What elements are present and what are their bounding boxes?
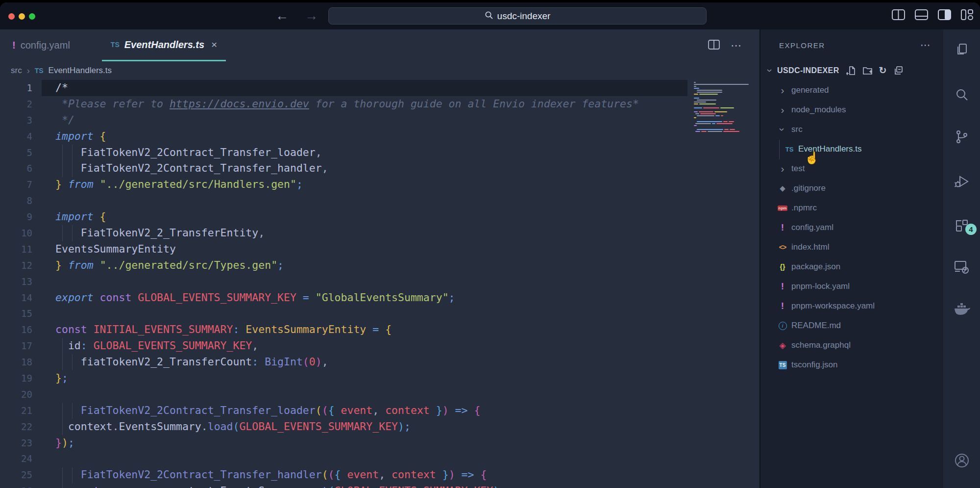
breadcrumb[interactable]: src › TS EventHandlers.ts [0,61,760,80]
code-line[interactable]: EventsSummaryEntity [55,241,639,257]
line-number: 12 [0,257,32,274]
line-number: 6 [0,160,32,177]
code-content[interactable]: /* *Please refer to https://docs.envio.d… [55,80,639,488]
code-line[interactable]: context.EventsSummary.load(GLOBAL_EVENTS… [55,419,639,435]
code-line[interactable]: import { [55,209,639,225]
tree-item-config-yaml[interactable]: !config.yaml [760,218,943,237]
chevron-right-icon: › [27,66,30,76]
code-line[interactable] [55,193,639,209]
account-icon[interactable] [954,453,970,470]
code-line[interactable]: */ [55,112,639,128]
zoom-window-button[interactable] [29,13,35,20]
minimize-window-button[interactable] [19,13,25,20]
explorer-copy-icon[interactable] [955,42,969,59]
close-tab-icon[interactable]: × [211,39,217,51]
code-line[interactable] [55,306,639,322]
tree-item-pnpm-workspace-yaml[interactable]: !pnpm-workspace.yaml [760,296,943,316]
tree-item-tsconfig-json[interactable]: TStsconfig.json [760,355,943,375]
tree-item-schema-graphql[interactable]: ◈schema.graphql [760,335,943,355]
code-line[interactable]: FiatTokenV2_2Contract_Transfer_loader, [55,145,639,161]
readme-info-icon: i [779,322,787,330]
remote-explorer-icon[interactable] [954,259,970,276]
code-line[interactable]: } from "../generated/src/Types.gen"; [55,257,639,274]
code-line[interactable]: import { [55,128,639,145]
line-number: 26 [0,483,32,488]
code-line[interactable]: FiatTokenV2_2_TransferEntity, [55,225,639,241]
line-number: 18 [0,354,32,370]
split-editor-icon[interactable] [892,9,905,20]
explorer-sidebar: EXPLORER ⋯ › USDC-INDEXER ↻ [760,29,943,488]
code-line[interactable]: *Please refer to https://docs.envio.dev … [55,96,639,112]
tree-item-package-json[interactable]: {}package.json [760,257,943,277]
yaml-file-icon: ! [781,301,784,311]
more-actions-icon[interactable]: ⋯ [731,39,742,52]
line-number-gutter: 1234567891011121314151617181920212223242… [0,80,32,488]
code-line[interactable] [55,451,639,467]
search-icon[interactable] [955,87,969,104]
line-number: 24 [0,451,32,467]
tree-item-readme-md[interactable]: iREADME.md [760,316,943,335]
docker-icon[interactable] [954,302,970,318]
editor-group: ! config.yaml TS EventHandlers.ts × ⋯ sr… [0,29,760,488]
line-number: 7 [0,177,32,193]
tree-item-label: config.yaml [791,223,833,232]
run-debug-icon[interactable] [954,174,970,191]
tree-root-usdc-indexer[interactable]: › USDC-INDEXER ↻ [760,61,943,80]
code-line[interactable]: FiatTokenV2_2Contract_Transfer_handler, [55,160,639,177]
command-center-search[interactable]: usdc-indexer [328,7,707,25]
close-window-button[interactable] [8,13,15,20]
tree-item-index-html[interactable]: <>index.html [760,237,943,257]
code-line[interactable] [55,274,639,290]
tree-item-test[interactable]: ›test [760,159,943,179]
line-number: 19 [0,370,32,386]
tree-item-generated[interactable]: ›generated [760,80,943,100]
code-line[interactable]: FiatTokenV2_2Contract_Transfer_handler((… [55,467,639,483]
toggle-sidebar-icon[interactable] [938,9,951,20]
collapse-folders-icon[interactable] [893,66,903,76]
tree-item--npmrc[interactable]: npm.npmrc [760,198,943,218]
nav-back-button[interactable]: ← [275,7,289,24]
code-line[interactable] [55,386,639,403]
chevron-down-icon: › [764,67,776,75]
tree-item-label: schema.graphql [791,340,851,350]
tree-item-node-modules[interactable]: ›node_modules [760,100,943,120]
refresh-explorer-icon[interactable]: ↻ [879,66,887,75]
code-line[interactable]: FiatTokenV2_2Contract_Transfer_loader(({… [55,403,639,419]
line-number: 9 [0,209,32,225]
tab-config-yaml[interactable]: ! config.yaml [0,29,80,61]
source-control-icon[interactable] [955,129,969,146]
line-number: 10 [0,225,32,241]
code-line[interactable]: const INITIAL_EVENTS_SUMMARY: EventsSumm… [55,322,639,338]
new-folder-icon[interactable] [862,66,873,76]
code-line[interactable]: }; [55,370,639,386]
code-line[interactable]: /* [55,80,639,96]
tab-label: EventHandlers.ts [124,39,204,51]
tree-item-pnpm-lock-yaml[interactable]: !pnpm-lock.yaml [760,277,943,296]
new-file-icon[interactable] [846,66,856,76]
typescript-file-icon: TS [785,146,794,153]
line-number: 4 [0,128,32,145]
line-number: 23 [0,435,32,451]
code-line[interactable]: id: GLOBAL_EVENTS_SUMMARY_KEY, [55,338,639,354]
breadcrumb-folder[interactable]: src [11,66,22,76]
customize-layout-icon[interactable] [961,9,973,20]
split-editor-right-icon[interactable] [708,40,720,51]
code-line[interactable]: const summary = context.EventsSummary.ge… [55,483,639,488]
tree-item-src[interactable]: ›src [760,120,943,139]
tree-item-eventhandlers-ts[interactable]: TSEventHandlers.ts [760,139,943,159]
code-editor[interactable]: 1234567891011121314151617181920212223242… [0,80,760,488]
code-line[interactable]: export const GLOBAL_EVENTS_SUMMARY_KEY =… [55,290,639,306]
code-line[interactable]: }); [55,435,639,451]
tree-item--gitignore[interactable]: ◆.gitignore [760,179,943,198]
minimap[interactable] [694,81,753,132]
code-line[interactable]: } from "../generated/src/Handlers.gen"; [55,177,639,193]
nav-forward-button[interactable]: → [305,7,318,24]
line-number: 17 [0,338,32,354]
code-line[interactable]: fiatTokenV2_2_TransferCount: BigInt(0), [55,354,639,370]
breadcrumb-file[interactable]: EventHandlers.ts [49,66,112,76]
chevron-right-icon: › [779,84,786,96]
explorer-more-actions-icon[interactable]: ⋯ [920,39,931,51]
npm-file-icon: npm [778,205,788,211]
toggle-panel-icon[interactable] [915,9,928,20]
tab-eventhandlers-ts[interactable]: TS EventHandlers.ts × [102,29,226,61]
